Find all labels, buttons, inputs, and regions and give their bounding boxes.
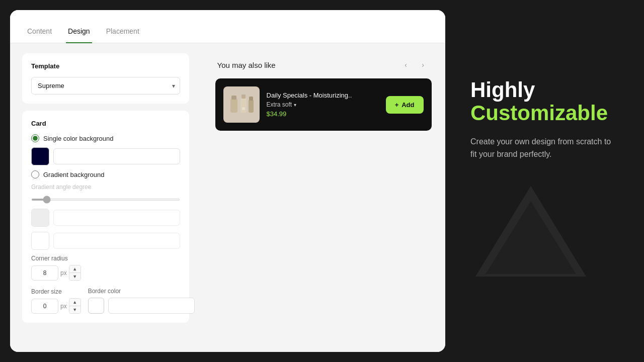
preview-column: You may also like ‹ › [201, 43, 445, 352]
template-section: Template Supreme Classic Modern Minimal … [22, 53, 189, 104]
settings-column: Template Supreme Classic Modern Minimal … [10, 43, 201, 352]
corner-radius-wrap: px ▲ ▼ [31, 265, 180, 281]
tabs-bar: Content Design Placement [10, 10, 445, 43]
preview-widget: You may also like ‹ › [215, 58, 432, 131]
svg-rect-2 [240, 98, 247, 113]
color2-row: #DDDDDD [31, 209, 180, 227]
gradient-angle-slider-wrap [31, 194, 180, 203]
widget-title: You may also like [217, 61, 276, 69]
color1-input[interactable]: #000000 [53, 148, 180, 164]
border-size-col: Border size px ▲ ▼ [31, 288, 81, 314]
svg-point-6 [242, 107, 245, 110]
color2-swatch[interactable] [31, 209, 49, 227]
gradient-angle-slider[interactable] [31, 199, 180, 201]
border-color-col: Border color #FFFFFF [88, 288, 195, 314]
border-size-input[interactable] [31, 299, 58, 314]
corner-radius-input[interactable] [31, 265, 58, 281]
template-label: Template [31, 62, 180, 70]
right-title-white: Highly [470, 78, 619, 102]
product-name: Daily Specials - Moisturizing.. [267, 92, 379, 99]
corner-radius-stepper: ▲ ▼ [69, 265, 81, 281]
variant-chevron-icon[interactable]: ▾ [294, 102, 296, 108]
template-select-wrap: Supreme Classic Modern Minimal ▾ [31, 77, 180, 95]
next-arrow[interactable]: › [417, 58, 430, 71]
add-label: Add [401, 101, 414, 109]
tab-placement[interactable]: Placement [104, 20, 141, 43]
gradient-row: Gradient background [31, 170, 180, 178]
color1-row: #000000 [31, 147, 180, 165]
border-color-label: Border color [88, 288, 195, 295]
svg-rect-3 [242, 95, 246, 99]
prev-arrow[interactable]: ‹ [399, 58, 413, 71]
right-title-green: Customizable [470, 102, 619, 125]
right-panel: Highly Customizable Create your own desi… [445, 0, 644, 362]
svg-rect-1 [231, 96, 236, 100]
left-panel: Content Design Placement Template Suprem… [10, 10, 445, 352]
decorative-triangle [470, 181, 619, 284]
corner-radius-unit: px [60, 269, 67, 277]
add-button[interactable]: + Add [386, 96, 424, 114]
product-image [223, 86, 260, 123]
nav-arrows: ‹ › [399, 58, 430, 71]
svg-rect-0 [230, 99, 237, 113]
border-size-wrap: px ▲ ▼ [31, 298, 81, 314]
border-color-row: #FFFFFF [88, 298, 195, 314]
svg-rect-4 [249, 100, 254, 113]
border-size-stepper: ▲ ▼ [69, 298, 81, 314]
border-size-up[interactable]: ▲ [69, 299, 80, 306]
border-color-input[interactable]: #FFFFFF [108, 298, 195, 314]
border-color-swatch[interactable] [88, 298, 104, 314]
border-row: Border size px ▲ ▼ Border color [31, 288, 180, 314]
gradient-angle-section: Gradient angle degree #DDDDDD #FFFFFF [31, 184, 180, 250]
corner-radius-up[interactable]: ▲ [69, 265, 80, 273]
card-section: Card Single color background #000000 Gra… [22, 111, 189, 323]
border-size-down[interactable]: ▼ [69, 306, 80, 313]
svg-rect-5 [249, 97, 253, 101]
product-card: Daily Specials - Moisturizing.. Extra so… [215, 78, 432, 131]
color2-input[interactable]: #DDDDDD [53, 210, 180, 226]
svg-marker-8 [486, 201, 576, 274]
border-size-label: Border size [31, 288, 81, 295]
color3-row: #FFFFFF [31, 232, 180, 250]
product-info: Daily Specials - Moisturizing.. Extra so… [267, 92, 379, 118]
gradient-radio[interactable] [31, 170, 39, 178]
tab-design[interactable]: Design [66, 20, 92, 43]
border-size-unit: px [60, 303, 67, 310]
widget-header: You may also like ‹ › [215, 58, 432, 71]
card-section-title: Card [31, 120, 180, 127]
single-color-label: Single color background [43, 135, 113, 142]
single-color-row: Single color background [31, 134, 180, 142]
product-price: $34.99 [267, 110, 379, 118]
product-image-svg [225, 88, 258, 121]
deco-triangle-svg [470, 181, 591, 282]
product-variant: Extra soft ▾ [267, 101, 379, 108]
corner-radius-section: Corner radius px ▲ ▼ [31, 255, 180, 281]
color3-input[interactable]: #FFFFFF [53, 233, 180, 249]
right-description: Create your own design from scratch to f… [470, 135, 619, 161]
single-color-radio[interactable] [31, 134, 39, 142]
right-content: Highly Customizable Create your own desi… [470, 78, 619, 161]
panel-body: Template Supreme Classic Modern Minimal … [10, 43, 445, 352]
gradient-label: Gradient background [43, 171, 104, 178]
tab-content[interactable]: Content [25, 20, 54, 43]
plus-icon: + [395, 101, 399, 109]
corner-radius-label: Corner radius [31, 255, 180, 262]
color3-swatch[interactable] [31, 232, 49, 250]
color1-swatch[interactable] [31, 147, 49, 165]
corner-radius-down[interactable]: ▼ [69, 273, 80, 280]
template-select[interactable]: Supreme Classic Modern Minimal [31, 77, 180, 95]
gradient-angle-label: Gradient angle degree [31, 184, 180, 191]
